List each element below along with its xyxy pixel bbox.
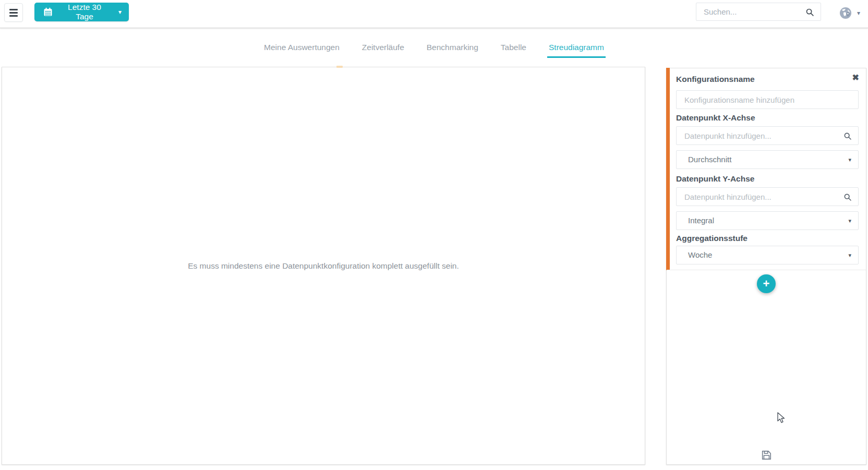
- view-tabs: Meine Auswertungen Zeitverläufe Benchmar…: [0, 29, 868, 67]
- tab-meine-auswertungen[interactable]: Meine Auswertungen: [262, 43, 341, 58]
- chevron-down-icon: ▾: [848, 151, 851, 168]
- config-name-input[interactable]: [677, 91, 858, 109]
- x-axis-datapoint-input[interactable]: [677, 127, 858, 144]
- x-axis-datapoint-field: [676, 126, 859, 145]
- chevron-down-icon: ▾: [848, 212, 851, 230]
- config-name-field: [676, 90, 859, 109]
- y-axis-label: Datenpunkt Y-Achse: [676, 174, 754, 184]
- aggregation-level-value: Woche: [688, 250, 712, 259]
- aggregation-level-label: Aggregationsstufe: [676, 234, 748, 243]
- calendar-icon: [43, 7, 53, 17]
- aggregation-level-select[interactable]: Woche ▾: [676, 246, 859, 264]
- save-button[interactable]: [760, 449, 773, 462]
- date-range-button[interactable]: Letzte 30 Tage ▾: [34, 3, 129, 21]
- config-name-label: Konfigurationsname: [676, 75, 755, 84]
- search-icon[interactable]: [805, 8, 814, 19]
- chevron-down-icon: ▾: [118, 9, 122, 15]
- y-axis-aggregation-select[interactable]: Integral ▾: [676, 211, 859, 230]
- add-configuration-button[interactable]: +: [757, 274, 776, 293]
- tab-zeitverlaeufe[interactable]: Zeitverläufe: [360, 43, 406, 58]
- chart-area-panel: Es muss mindestens eine Datenpunktkonfig…: [2, 67, 645, 465]
- y-axis-datapoint-input[interactable]: [677, 188, 858, 206]
- empty-state-message: Es muss mindestens eine Datenpunktkonfig…: [188, 261, 459, 271]
- x-axis-aggregation-select[interactable]: Durchschnitt ▾: [676, 150, 859, 169]
- y-axis-aggregation-value: Integral: [688, 216, 714, 225]
- global-search: [696, 3, 821, 21]
- tab-tabelle[interactable]: Tabelle: [499, 43, 528, 58]
- language-user-menu[interactable]: ▾: [839, 6, 860, 20]
- chevron-down-icon: ▾: [857, 9, 860, 17]
- loading-progress-tick: [336, 66, 343, 68]
- hamburger-menu-button[interactable]: [4, 3, 23, 22]
- config-accent-bar: [666, 68, 670, 270]
- x-axis-label: Datenpunkt X-Achse: [676, 113, 755, 123]
- tab-streudiagramm[interactable]: Streudiagramm: [547, 43, 606, 58]
- search-input[interactable]: [696, 3, 821, 20]
- save-icon: [760, 449, 773, 462]
- top-bar: Letzte 30 Tage ▾ ▾: [0, 0, 868, 28]
- plus-icon: +: [763, 277, 770, 290]
- scatter-config-panel: Konfigurationsname ✖ Datenpunkt X-Achse …: [666, 68, 866, 465]
- config-separator: [667, 270, 866, 270]
- date-range-label: Letzte 30 Tage: [58, 3, 111, 21]
- search-icon: [843, 193, 852, 203]
- mouse-cursor: [777, 412, 787, 427]
- y-axis-datapoint-field: [676, 187, 859, 206]
- search-icon: [843, 132, 852, 142]
- tab-benchmarking[interactable]: Benchmarking: [425, 43, 480, 58]
- close-icon[interactable]: ✖: [852, 74, 859, 82]
- chevron-down-icon: ▾: [848, 246, 851, 264]
- globe-icon: [839, 6, 852, 20]
- hamburger-icon: [9, 9, 18, 10]
- x-axis-aggregation-value: Durchschnitt: [688, 155, 731, 164]
